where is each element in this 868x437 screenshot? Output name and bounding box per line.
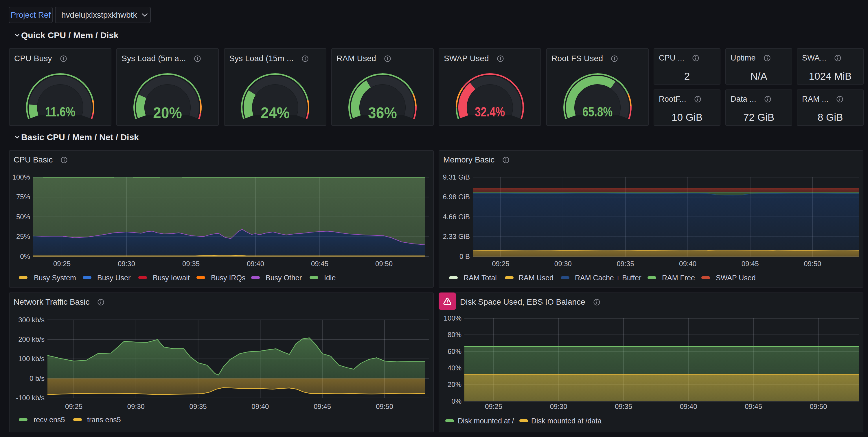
svg-text:Busy Iowait: Busy Iowait [153,274,190,282]
svg-text:24%: 24% [261,104,290,121]
svg-text:32.4%: 32.4% [475,104,505,119]
svg-text:09:40: 09:40 [251,403,269,410]
svg-text:25%: 25% [16,233,30,240]
svg-text:20%: 20% [447,381,462,388]
svg-text:-100 kb/s: -100 kb/s [16,394,44,402]
svg-text:trans ens5: trans ens5 [87,415,121,424]
svg-text:Busy IRQs: Busy IRQs [211,274,245,282]
svg-text:09:45: 09:45 [311,260,329,268]
svg-text:11.6%: 11.6% [45,104,75,119]
svg-text:RAM Free: RAM Free [662,274,695,282]
svg-text:Disk mounted at /data: Disk mounted at /data [531,417,601,425]
svg-text:9.31 GiB: 9.31 GiB [443,173,470,181]
svg-text:4.66 GiB: 4.66 GiB [443,213,470,221]
svg-text:80%: 80% [447,331,462,339]
svg-text:09:40: 09:40 [680,403,697,410]
svg-text:09:40: 09:40 [679,260,696,268]
svg-text:0 b/s: 0 b/s [30,374,44,382]
svg-text:300 kb/s: 300 kb/s [18,316,44,324]
svg-text:6.98 GiB: 6.98 GiB [443,193,470,201]
svg-text:0%: 0% [20,253,30,260]
svg-text:09:40: 09:40 [247,260,264,268]
svg-text:60%: 60% [447,348,462,355]
svg-text:Busy System: Busy System [34,274,76,282]
svg-text:100 kb/s: 100 kb/s [18,355,44,362]
svg-text:09:35: 09:35 [615,403,632,410]
svg-text:Idle: Idle [324,274,336,282]
svg-text:09:30: 09:30 [550,403,567,410]
svg-text:09:50: 09:50 [804,260,821,268]
svg-text:2.33 GiB: 2.33 GiB [443,233,470,240]
svg-text:recv ens5: recv ens5 [34,415,65,424]
svg-text:09:25: 09:25 [65,403,83,410]
svg-text:0%: 0% [452,397,462,405]
svg-text:Disk mounted at /: Disk mounted at / [458,417,514,425]
svg-text:09:35: 09:35 [617,260,634,268]
svg-text:100%: 100% [12,173,30,181]
svg-text:09:50: 09:50 [375,260,393,268]
svg-text:09:25: 09:25 [485,403,502,410]
svg-text:65.8%: 65.8% [582,104,613,119]
svg-text:100%: 100% [444,314,462,322]
svg-text:RAM Cache + Buffer: RAM Cache + Buffer [575,274,642,282]
svg-text:09:35: 09:35 [182,260,199,268]
svg-text:09:25: 09:25 [53,260,71,268]
svg-text:09:45: 09:45 [742,260,759,268]
svg-text:0 B: 0 B [460,253,470,260]
svg-text:36%: 36% [368,104,397,121]
svg-text:09:45: 09:45 [314,403,331,410]
svg-text:RAM Used: RAM Used [519,274,554,282]
svg-text:09:25: 09:25 [492,260,509,268]
svg-text:20%: 20% [153,104,182,121]
svg-text:50%: 50% [16,213,30,221]
svg-text:RAM Total: RAM Total [464,274,497,282]
svg-text:09:45: 09:45 [745,403,762,410]
svg-text:Busy User: Busy User [97,274,130,282]
svg-text:75%: 75% [16,193,30,201]
svg-text:200 kb/s: 200 kb/s [18,336,44,343]
svg-text:09:50: 09:50 [810,403,827,410]
svg-text:09:50: 09:50 [376,403,393,410]
svg-text:40%: 40% [447,364,462,372]
svg-text:09:30: 09:30 [118,260,135,268]
svg-text:SWAP Used: SWAP Used [716,274,756,282]
svg-text:Busy Other: Busy Other [266,274,302,282]
svg-text:09:30: 09:30 [127,403,145,410]
svg-text:09:35: 09:35 [189,403,207,410]
svg-text:09:30: 09:30 [554,260,572,268]
